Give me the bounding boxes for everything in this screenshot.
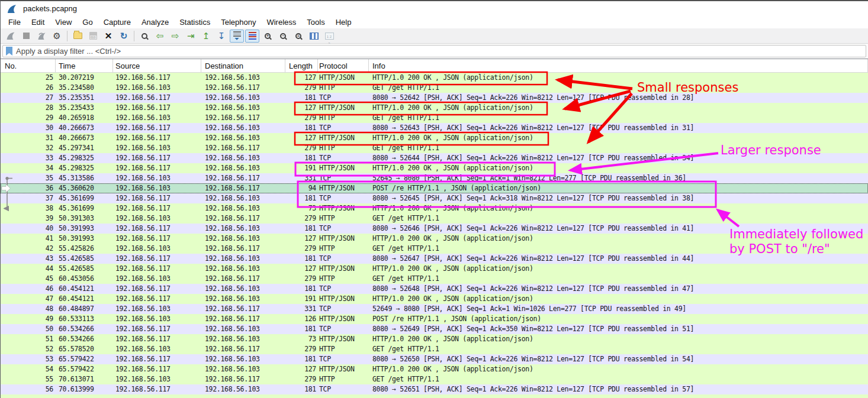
- zoom-in-button[interactable]: +: [261, 30, 275, 43]
- bookmark-icon[interactable]: [6, 47, 12, 56]
- cell-info: 8080 → 52644 [PSH, ACK] Seq=1 Ack=226 Wi…: [369, 153, 868, 163]
- toggle-columns-button[interactable]: 1 2 3: [322, 30, 336, 43]
- stop-capture-button[interactable]: [19, 30, 33, 43]
- cell-source: 192.168.56.103: [113, 314, 201, 324]
- packet-row[interactable]: 26 35.234580 192.168.56.103 192.168.56.1…: [1, 83, 868, 93]
- go-to-first-packet-button[interactable]: ↥: [199, 30, 213, 43]
- packet-row[interactable]: 28 35.235433 192.168.56.117 192.168.56.1…: [1, 103, 868, 113]
- packet-row[interactable]: 46 60.454121 192.168.56.117 192.168.56.1…: [1, 284, 868, 294]
- packet-row[interactable]: 37 45.361699 192.168.56.117 192.168.56.1…: [1, 193, 868, 203]
- cell-destination: 192.168.56.103: [201, 254, 285, 264]
- packet-row[interactable]: 27 35.235351 192.168.56.117 192.168.56.1…: [1, 93, 868, 103]
- cell-info: HTTP/1.0 200 OK , JSON (application/json…: [369, 133, 868, 143]
- packet-row[interactable]: 51 60.534266 192.168.56.117 192.168.56.1…: [1, 334, 868, 344]
- menu-telephony[interactable]: Telephony: [216, 16, 261, 28]
- packet-row[interactable]: 47 60.454121 192.168.56.117 192.168.56.1…: [1, 294, 868, 304]
- save-file-button[interactable]: [86, 30, 100, 43]
- cell-source: 192.168.56.117: [113, 73, 201, 83]
- packet-row[interactable]: 54 65.579422 192.168.56.117 192.168.56.1…: [1, 364, 868, 374]
- column-header-destination[interactable]: Destination: [201, 59, 285, 72]
- resize-columns-button[interactable]: [307, 30, 321, 43]
- cell-protocol: HTTP/JSON: [318, 103, 369, 113]
- cell-info: GET /get HTTP/1.1: [369, 274, 868, 284]
- go-forward-button[interactable]: ⇨: [168, 30, 182, 43]
- menu-file[interactable]: File: [3, 16, 26, 28]
- packet-row[interactable]: 30 40.266673 192.168.56.117 192.168.56.1…: [1, 123, 868, 133]
- packet-row[interactable]: 43 55.426585 192.168.56.117 192.168.56.1…: [1, 254, 868, 264]
- menu-go[interactable]: Go: [77, 16, 98, 28]
- folder-icon: [73, 33, 82, 39]
- packet-row[interactable]: 25 30.207219 192.168.56.117 192.168.56.1…: [1, 73, 868, 83]
- packet-row[interactable]: 38 45.361699 192.168.56.117 192.168.56.1…: [1, 203, 868, 213]
- restart-capture-button[interactable]: [34, 30, 49, 43]
- cell-length: 279: [285, 113, 318, 123]
- packet-row[interactable]: 31 40.266673 192.168.56.117 192.168.56.1…: [1, 133, 868, 143]
- display-filter-input[interactable]: Apply a display filter ... <Ctrl-/>: [2, 45, 866, 57]
- menu-tools[interactable]: Tools: [301, 16, 330, 28]
- go-to-last-packet-button[interactable]: ↧: [214, 30, 229, 43]
- cell-time: 65.579422: [56, 354, 113, 364]
- packet-row[interactable]: 50 60.534266 192.168.56.117 192.168.56.1…: [1, 324, 868, 334]
- packet-row[interactable]: 56 70.613999 192.168.56.117 192.168.56.1…: [1, 384, 868, 394]
- packet-row[interactable]: 49 60.533113 192.168.56.103 192.168.56.1…: [1, 314, 868, 324]
- start-capture-button[interactable]: [4, 30, 18, 43]
- find-packet-button[interactable]: [137, 30, 152, 43]
- cell-length: 181: [285, 193, 318, 203]
- cell-source: 192.168.56.117: [113, 123, 201, 133]
- cell-no: 53: [1, 354, 56, 364]
- zoom-reset-button[interactable]: =: [291, 30, 306, 43]
- auto-scroll-button[interactable]: [230, 30, 244, 43]
- packet-row[interactable]: 32 45.297341 192.168.56.103 192.168.56.1…: [1, 143, 868, 153]
- go-back-button[interactable]: ⇦: [153, 30, 167, 43]
- packet-row[interactable]: 34 45.298325 192.168.56.117 192.168.56.1…: [1, 163, 868, 173]
- menu-capture[interactable]: Capture: [98, 16, 136, 28]
- packet-row[interactable]: 52 65.578520 192.168.56.103 192.168.56.1…: [1, 344, 868, 354]
- cell-destination: 192.168.56.117: [201, 274, 285, 284]
- cell-protocol: HTTP: [318, 143, 369, 153]
- menu-edit[interactable]: Edit: [26, 16, 50, 28]
- packet-row[interactable]: 45 60.453056 192.168.56.103 192.168.56.1…: [1, 274, 868, 284]
- cell-destination: 192.168.56.117: [201, 314, 285, 324]
- go-to-packet-button[interactable]: ⇥: [184, 30, 198, 43]
- reload-icon: ↻: [120, 31, 128, 40]
- cell-length: 181: [285, 224, 318, 234]
- cell-destination: 192.168.56.117: [201, 113, 285, 123]
- menu-analyze[interactable]: Analyze: [136, 16, 174, 28]
- zoom-out-button[interactable]: −: [276, 30, 290, 43]
- packet-row[interactable]: 42 55.425826 192.168.56.103 192.168.56.1…: [1, 244, 868, 254]
- column-header-no[interactable]: No.: [1, 59, 56, 72]
- packet-row[interactable]: 29 40.265918 192.168.56.103 192.168.56.1…: [1, 113, 868, 123]
- packet-row[interactable]: 41 50.391993 192.168.56.117 192.168.56.1…: [1, 234, 868, 244]
- cell-protocol: TCP: [318, 384, 369, 394]
- open-file-button[interactable]: [70, 30, 85, 43]
- packet-row[interactable]: 44 55.426585 192.168.56.117 192.168.56.1…: [1, 264, 868, 274]
- close-file-button[interactable]: ✕: [101, 30, 115, 43]
- menu-wireless[interactable]: Wireless: [261, 16, 301, 28]
- packet-row[interactable]: 40 50.391993 192.168.56.117 192.168.56.1…: [1, 224, 868, 234]
- column-header-time[interactable]: Time: [56, 59, 113, 72]
- column-header-source[interactable]: Source: [113, 59, 201, 72]
- packet-row[interactable]: 48 60.484897 192.168.56.103 192.168.56.1…: [1, 304, 868, 314]
- column-header-length[interactable]: Length: [285, 59, 318, 72]
- menu-help[interactable]: Help: [330, 16, 357, 28]
- cell-source: 192.168.56.117: [113, 203, 201, 213]
- packet-row[interactable]: 39 50.391303 192.168.56.103 192.168.56.1…: [1, 213, 868, 224]
- reload-file-button[interactable]: ↻: [117, 30, 131, 43]
- packet-row[interactable]: 35 45.313586 192.168.56.103 192.168.56.1…: [1, 173, 868, 183]
- cell-source: 192.168.56.117: [113, 224, 201, 234]
- menu-statistics[interactable]: Statistics: [174, 16, 216, 28]
- cell-info: 8080 → 52645 [PSH, ACK] Seq=1 Ack=318 Wi…: [369, 193, 868, 203]
- packet-row[interactable]: 36 45.360620 192.168.56.103 192.168.56.1…: [1, 183, 868, 193]
- capture-options-button[interactable]: ⚙: [50, 30, 64, 43]
- packet-row[interactable]: 53 65.579422 192.168.56.117 192.168.56.1…: [1, 354, 868, 364]
- colorize-button[interactable]: [245, 30, 259, 43]
- column-header-info[interactable]: Info: [369, 59, 868, 72]
- cell-time: 60.534266: [56, 324, 113, 334]
- cell-source: 192.168.56.103: [113, 304, 201, 314]
- menu-view[interactable]: View: [50, 16, 77, 28]
- column-header-protocol[interactable]: Protocol: [318, 59, 369, 72]
- filter-placeholder: Apply a display filter ... <Ctrl-/>: [16, 47, 121, 56]
- cell-destination: 192.168.56.103: [201, 334, 285, 344]
- packet-row[interactable]: 33 45.298325 192.168.56.117 192.168.56.1…: [1, 153, 868, 163]
- packet-row[interactable]: 55 70.613071 192.168.56.103 192.168.56.1…: [1, 374, 868, 384]
